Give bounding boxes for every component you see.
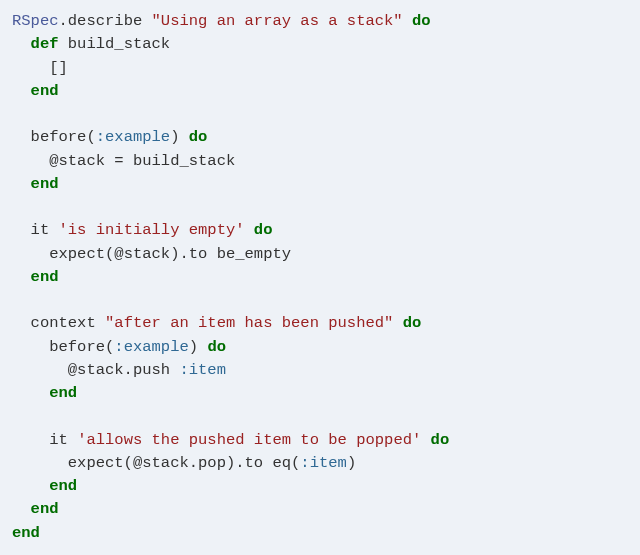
code-line: end [12,268,59,286]
code-line: end [12,384,77,402]
code-line: [] [12,59,68,77]
token-id: before( [31,128,96,146]
token-sym: :example [96,128,170,146]
token-id: @stack.push [68,361,180,379]
token-sym: :example [114,338,188,356]
token-id: it [31,221,59,239]
code-line: end [12,500,59,518]
code-line: @stack = build_stack [12,152,235,170]
token-id: expect(@stack.pop).to eq( [68,454,301,472]
token-k: do [254,221,273,239]
token-sym: :item [300,454,347,472]
token-str: "Using an array as a stack" [152,12,403,30]
code-line: it 'allows the pushed item to be popped'… [12,431,449,449]
token-id [393,314,402,332]
code-line: end [12,524,40,542]
token-id: @stack = build_stack [49,152,235,170]
code-line: RSpec.describe "Using an array as a stac… [12,12,431,30]
token-id: [] [49,59,68,77]
token-id [403,12,412,30]
token-id: context [31,314,105,332]
token-id: ) [170,128,189,146]
token-k: end [12,524,40,542]
token-cls: RSpec [12,12,59,30]
code-block: RSpec.describe "Using an array as a stac… [12,10,628,545]
token-id: it [49,431,77,449]
token-k: do [431,431,450,449]
token-id [421,431,430,449]
token-k: def [31,35,59,53]
token-str: "after an item has been pushed" [105,314,393,332]
token-sym: :item [179,361,226,379]
code-line: end [12,477,77,495]
code-line: expect(@stack.pop).to eq(:item) [12,454,356,472]
token-str: 'allows the pushed item to be popped' [77,431,421,449]
token-id: build_stack [59,35,171,53]
token-id: ) [347,454,356,472]
token-k: end [31,500,59,518]
code-line: expect(@stack).to be_empty [12,245,291,263]
code-line: def build_stack [12,35,170,53]
token-k: end [31,268,59,286]
token-id: ) [189,338,208,356]
code-line: end [12,82,59,100]
code-line: @stack.push :item [12,361,226,379]
token-k: do [189,128,208,146]
token-k: do [207,338,226,356]
code-line: before(:example) do [12,128,207,146]
token-id [245,221,254,239]
code-line: before(:example) do [12,338,226,356]
token-str: 'is initially empty' [59,221,245,239]
token-id: expect(@stack).to be_empty [49,245,291,263]
token-k: do [403,314,422,332]
token-k: end [49,384,77,402]
token-k: end [31,82,59,100]
code-line: end [12,175,59,193]
token-k: do [412,12,431,30]
code-line: context "after an item has been pushed" … [12,314,421,332]
token-id: before( [49,338,114,356]
token-k: end [31,175,59,193]
token-k: end [49,477,77,495]
code-line: it 'is initially empty' do [12,221,272,239]
token-id: .describe [59,12,152,30]
